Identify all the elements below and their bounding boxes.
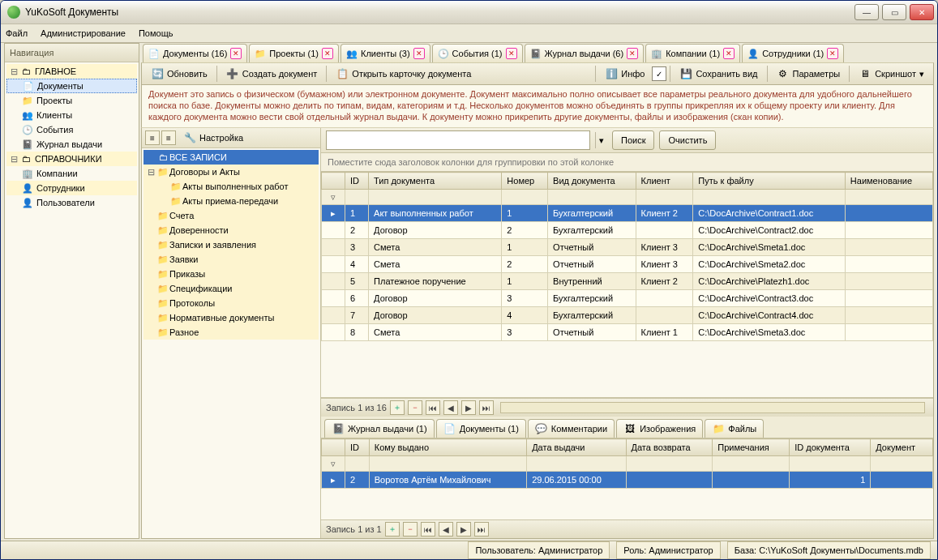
dnav-next[interactable]: ▶	[456, 522, 471, 536]
tree-node[interactable]: 📁Нормативные документы	[143, 310, 319, 325]
dtab-files[interactable]: 📁Файлы	[705, 419, 764, 438]
dcol-docid[interactable]: ID документа	[790, 439, 871, 456]
table-row[interactable]: 8Смета3ОтчетныйКлиент 1C:\DocArchive\Sme…	[322, 324, 933, 341]
nav-prev[interactable]: ◀	[443, 400, 458, 415]
nav-add[interactable]: ＋	[390, 400, 405, 415]
nav-item-events[interactable]: 🕒События	[6, 122, 137, 137]
group-hint[interactable]: Поместите сюда заголовок колонки для гру…	[321, 153, 933, 172]
col-type[interactable]: Тип документа	[369, 173, 502, 190]
dtab-images[interactable]: 🖼Изображения	[616, 419, 703, 438]
menu-admin[interactable]: Администрирование	[41, 28, 126, 38]
table-row[interactable]: 5Платежное поручение1ВнутреннийКлиент 2C…	[322, 273, 933, 290]
tree-node[interactable]: 📁Записки и заявления	[143, 237, 319, 252]
col-num[interactable]: Номер	[502, 173, 548, 190]
nav-root-main[interactable]: ⊟🗀ГЛАВНОЕ	[6, 64, 137, 79]
tab-close-icon[interactable]	[627, 48, 638, 59]
dcol-id[interactable]: ID	[345, 439, 370, 456]
tab-employees[interactable]: 👤Сотрудники (1)	[742, 44, 844, 62]
tree-node[interactable]: 📁Спецификации	[143, 281, 319, 296]
nav-item-employees[interactable]: 👤Сотрудники	[6, 181, 137, 195]
filter-row[interactable]: ▿	[322, 190, 933, 205]
col-path[interactable]: Путь к файлу	[693, 173, 846, 190]
dcol-note[interactable]: Примечания	[713, 439, 790, 456]
table-row[interactable]: 6Договор3БухгалтерскийC:\DocArchive\Cont…	[322, 290, 933, 307]
col-name[interactable]: Наименование	[845, 173, 932, 190]
tree-node[interactable]: 📁Заявки	[143, 252, 319, 267]
tree-node[interactable]: 📁Счета	[143, 208, 319, 223]
dnav-add[interactable]: ＋	[385, 522, 400, 536]
screenshot-button[interactable]: 🖥Скриншот▾	[853, 64, 930, 83]
dcol-d2[interactable]: Дата возврата	[626, 439, 713, 456]
nav-root-refs[interactable]: ⊟🗀СПРАВОЧНИКИ	[6, 152, 137, 166]
dnav-prev[interactable]: ◀	[439, 522, 453, 536]
tree-node[interactable]: 📁Доверенности	[143, 223, 319, 237]
dnav-last[interactable]: ⏭	[474, 522, 489, 536]
save-view-button[interactable]: 💾Сохранить вид	[674, 64, 763, 83]
search-button[interactable]: Поиск	[612, 130, 654, 150]
nav-del[interactable]: －	[408, 400, 422, 415]
tree-node[interactable]: 📁Приказы	[143, 267, 319, 281]
tree-node[interactable]: 📁Разное	[143, 325, 319, 340]
menu-help[interactable]: Помощь	[139, 28, 173, 38]
info-button[interactable]: ℹ️Инфо	[599, 64, 650, 83]
tab-companies[interactable]: 🏢Компании (1)	[645, 44, 740, 62]
col-kind[interactable]: Вид документа	[548, 173, 636, 190]
nav-item-companies[interactable]: 🏢Компании	[6, 166, 137, 181]
nav-next[interactable]: ▶	[461, 400, 476, 415]
dnav-first[interactable]: ⏮	[421, 522, 435, 536]
dtab-docs[interactable]: 📄Документы (1)	[436, 419, 526, 438]
tree-expand-button[interactable]: ≡	[161, 130, 176, 145]
tab-close-icon[interactable]	[413, 48, 425, 59]
detail-row[interactable]: ▸2Воротов Артём Михайлович29.06.2015 00:…	[322, 472, 933, 489]
tab-close-icon[interactable]	[230, 48, 242, 59]
dtab-comments[interactable]: 💬Комментарии	[528, 419, 615, 438]
close-button[interactable]: ✕	[910, 4, 934, 20]
tree-node[interactable]: 📁Акты приема-передачи	[143, 194, 319, 208]
dtab-journal[interactable]: 📓Журнал выдачи (1)	[324, 419, 435, 438]
clear-button[interactable]: Очистить	[659, 130, 716, 150]
tree-node[interactable]: ⊟📁Договоры и Акты	[143, 165, 319, 179]
table-row[interactable]: 4Смета2ОтчетныйКлиент 3C:\DocArchive\Sme…	[322, 256, 933, 273]
nav-item-documents[interactable]: 📄Документы	[6, 79, 137, 93]
nav-item-projects[interactable]: 📁Проекты	[6, 93, 137, 108]
tab-documents[interactable]: 📄Документы (16)	[143, 44, 247, 62]
tab-close-icon[interactable]	[723, 48, 735, 59]
dcol-doc[interactable]: Документ	[871, 439, 933, 456]
col-id[interactable]: ID	[345, 173, 369, 190]
dnav-del[interactable]: －	[403, 522, 418, 536]
tab-events[interactable]: 🕒События (1)	[432, 44, 523, 62]
nav-item-users[interactable]: 👤Пользователи	[6, 195, 137, 210]
tab-projects[interactable]: 📁Проекты (1)	[249, 44, 339, 62]
detail-filter-row[interactable]: ▿	[322, 456, 933, 472]
search-dropdown[interactable]: ▾	[595, 132, 607, 148]
tab-close-icon[interactable]	[827, 48, 838, 59]
table-row[interactable]: 3Смета1ОтчетныйКлиент 3C:\DocArchive\Sme…	[322, 239, 933, 256]
table-row[interactable]: 2Договор2БухгалтерскийC:\DocArchive\Cont…	[322, 222, 933, 239]
info-toggle[interactable]: ✓	[652, 66, 666, 81]
tree-node-all[interactable]: 🗀ВСЕ ЗАПИСИ	[143, 150, 319, 165]
table-row[interactable]: ▸1Акт выполненных работ1БухгалтерскийКли…	[322, 205, 933, 222]
nav-item-journal[interactable]: 📓Журнал выдачи	[6, 137, 137, 152]
open-doc-button[interactable]: 📋Открыть карточку документа	[330, 64, 477, 83]
refresh-button[interactable]: 🔄Обновить	[145, 64, 213, 83]
hscrollbar[interactable]	[500, 402, 925, 413]
create-doc-button[interactable]: ➕Создать документ	[221, 64, 323, 83]
tab-clients[interactable]: 👥Клиенты (3)	[341, 44, 430, 62]
tab-close-icon[interactable]	[322, 48, 333, 59]
tree-settings-button[interactable]: 🔧Настройка	[178, 128, 249, 147]
tree-node[interactable]: 📁Протоколы	[143, 296, 319, 310]
menu-file[interactable]: Файл	[6, 28, 28, 38]
maximize-button[interactable]: ▭	[882, 4, 906, 20]
dcol-who[interactable]: Кому выдано	[369, 439, 526, 456]
dcol-d1[interactable]: Дата выдачи	[527, 439, 626, 456]
nav-first[interactable]: ⏮	[426, 400, 440, 415]
tree-collapse-button[interactable]: ≡	[145, 130, 160, 145]
search-input[interactable]	[326, 130, 590, 150]
nav-last[interactable]: ⏭	[479, 400, 494, 415]
nav-item-clients[interactable]: 👥Клиенты	[6, 108, 137, 122]
tree-node[interactable]: 📁Акты выполненных работ	[143, 179, 319, 194]
tab-close-icon[interactable]	[506, 48, 517, 59]
minimize-button[interactable]: —	[854, 4, 879, 20]
table-row[interactable]: 7Договор4БухгалтерскийC:\DocArchive\Cont…	[322, 307, 933, 324]
params-button[interactable]: ⚙Параметры	[771, 64, 846, 83]
